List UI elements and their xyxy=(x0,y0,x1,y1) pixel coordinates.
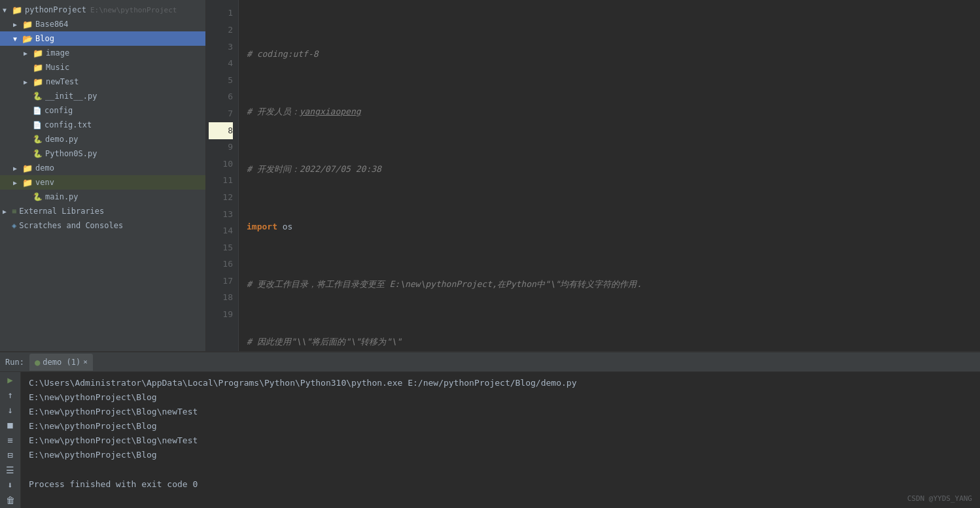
run-tab-demo[interactable]: ● demo (1) × xyxy=(29,354,93,371)
py-file-icon: 🐍 xyxy=(33,92,43,101)
sidebar-item-demo-folder[interactable]: ▶ 📁 demo xyxy=(0,161,205,175)
line-num-19: 19 xyxy=(209,307,233,324)
code-line-4: import os xyxy=(247,218,975,235)
sidebar-item-label: pythonProject xyxy=(25,5,86,14)
sidebar-item-pythonproject[interactable]: ▼ 📁 pythonProject E:\new\pythonProject xyxy=(0,3,205,17)
sidebar-item-python0s-py[interactable]: ▶ 🐍 Python0S.py xyxy=(0,146,205,161)
py-file-icon: 🐍 xyxy=(33,149,43,158)
main-container: ▼ 📁 pythonProject E:\new\pythonProject ▶… xyxy=(0,0,980,351)
line-num-6: 6 xyxy=(209,89,233,106)
run-output-process: Process finished with exit code 0 xyxy=(29,477,972,492)
run-lines-button[interactable]: ☰ xyxy=(3,464,18,475)
folder-icon: 📁 xyxy=(22,163,33,173)
arrow-right-icon: ▶ xyxy=(13,165,21,172)
scratches-icon: ◈ xyxy=(12,221,16,230)
sidebar-item-label: Python0S.py xyxy=(45,149,97,158)
sidebar-item-label: Blog xyxy=(35,34,54,43)
folder-icon: 📁 xyxy=(33,63,43,73)
run-output-blank xyxy=(29,463,972,477)
line-num-1: 1 xyxy=(209,5,233,22)
code-token: # 因此使用"\\"将后面的"\"转移为"\" xyxy=(247,335,402,349)
sidebar-item-init-py[interactable]: ▶ 🐍 __init__.py xyxy=(0,89,205,103)
folder-open-icon: 📂 xyxy=(22,34,33,44)
sidebar-item-music[interactable]: ▶ 📁 Music xyxy=(0,60,205,75)
arrow-right-icon: ▶ xyxy=(13,21,21,28)
sidebar-item-scratches[interactable]: ▶ ◈ Scratches and Consoles xyxy=(0,218,205,233)
run-toolbar: ▶ ↑ ↓ ■ ≡ ⊟ ☰ ⬇ 🗑 xyxy=(0,372,21,508)
sidebar-item-demo-py[interactable]: ▶ 🐍 demo.py xyxy=(0,132,205,146)
sidebar: ▼ 📁 pythonProject E:\new\pythonProject ▶… xyxy=(0,0,206,351)
ext-lib-icon: ≡ xyxy=(12,207,16,216)
run-output-line-1: E:\new\pythonProject\Blog xyxy=(29,390,972,405)
code-editor[interactable]: # coding:utf-8 # 开发人员：yangxiaopeng # 开发时… xyxy=(239,0,980,351)
line-num-12: 12 xyxy=(209,190,233,207)
run-output-line-4: E:\new\pythonProject\Blog\newTest xyxy=(29,433,972,448)
run-label: Run: xyxy=(5,358,24,367)
run-scroll-button[interactable]: ⬇ xyxy=(3,479,18,490)
code-line-5: # 更改工作目录，将工作目录变更至 E:\new\pythonProject,在… xyxy=(247,276,975,293)
line-num-14: 14 xyxy=(209,223,233,240)
line-num-11: 11 xyxy=(209,173,233,190)
arrow-right-icon: ▶ xyxy=(24,50,31,57)
folder-icon: 📁 xyxy=(22,178,33,188)
run-up-button[interactable]: ↑ xyxy=(3,390,18,401)
bottom-panel: Run: ● demo (1) × ▶ ↑ ↓ ■ ≡ ⊟ ☰ ⬇ 🗑 C:\U… xyxy=(0,351,980,508)
line-numbers: 1 2 3 4 5 6 7 8 9 10 11 12 13 14 15 16 1… xyxy=(206,0,239,351)
sidebar-item-label: config.txt xyxy=(44,120,92,129)
line-num-15: 15 xyxy=(209,239,233,256)
sidebar-item-label: config xyxy=(44,106,73,115)
run-soft-wrap-button[interactable]: ⊟ xyxy=(3,449,18,460)
folder-icon: 📁 xyxy=(33,48,43,58)
run-output-line-2: E:\new\pythonProject\Blog\newTest xyxy=(29,405,972,419)
sidebar-item-newtest[interactable]: ▶ 📁 newTest xyxy=(0,75,205,89)
line-num-2: 2 xyxy=(209,22,233,39)
run-down-button[interactable]: ↓ xyxy=(3,405,18,416)
line-num-10: 10 xyxy=(209,156,233,173)
line-num-18: 18 xyxy=(209,290,233,307)
run-play-button[interactable]: ▶ xyxy=(3,375,18,386)
sidebar-item-config[interactable]: ▶ 📄 config xyxy=(0,103,205,118)
sidebar-item-label: Base864 xyxy=(35,20,69,29)
sidebar-item-main-py[interactable]: ▶ 🐍 main.py xyxy=(0,190,205,204)
sidebar-item-label: Music xyxy=(46,63,69,72)
code-token: # 开发时间：2022/07/05 20:38 xyxy=(247,163,381,177)
run-stop-button[interactable]: ■ xyxy=(3,420,18,431)
sidebar-item-label: demo.py xyxy=(45,135,79,144)
file-icon: 📄 xyxy=(33,107,42,115)
arrow-right-icon: ▶ xyxy=(13,179,21,186)
folder-icon: 📁 xyxy=(12,5,22,15)
line-num-9: 9 xyxy=(209,139,233,156)
line-num-16: 16 xyxy=(209,256,233,273)
run-output: C:\Users\Administrator\AppData\Local\Pro… xyxy=(21,372,980,508)
sidebar-item-label: venv xyxy=(35,178,54,187)
line-num-7: 7 xyxy=(209,106,233,123)
line-num-3: 3 xyxy=(209,39,233,56)
folder-icon: 📁 xyxy=(22,20,33,29)
py-file-icon: 🐍 xyxy=(33,192,43,201)
sidebar-item-external-libraries[interactable]: ▶ ≡ External Libraries xyxy=(0,204,205,218)
code-container[interactable]: 1 2 3 4 5 6 7 8 9 10 11 12 13 14 15 16 1… xyxy=(206,0,980,351)
sidebar-item-blog[interactable]: ▼ 📂 Blog xyxy=(0,31,205,46)
line-num-5: 5 xyxy=(209,72,233,89)
sidebar-item-label: __init__.py xyxy=(45,92,97,101)
arrow-right-icon: ▶ xyxy=(24,78,31,86)
sidebar-item-venv[interactable]: ▶ 📁 venv xyxy=(0,175,205,190)
sidebar-item-label: demo xyxy=(35,163,54,173)
folder-icon: 📁 xyxy=(33,77,43,87)
run-clear-button[interactable]: 🗑 xyxy=(3,494,18,505)
run-output-line-0: C:\Users\Administrator\AppData\Local\Pro… xyxy=(29,376,972,390)
file-txt-icon: 📄 xyxy=(33,121,42,129)
run-panel: ▶ ↑ ↓ ■ ≡ ⊟ ☰ ⬇ 🗑 C:\Users\Administrator… xyxy=(0,372,980,508)
line-num-13: 13 xyxy=(209,206,233,223)
run-menu-button[interactable]: ≡ xyxy=(3,435,18,446)
close-tab-button[interactable]: × xyxy=(83,358,88,366)
arrow-right-icon: ▶ xyxy=(3,208,10,215)
sidebar-item-label: newTest xyxy=(46,77,79,86)
sidebar-item-image[interactable]: ▶ 📁 image xyxy=(0,46,205,60)
code-line-2: # 开发人员：yangxiaopeng xyxy=(247,103,975,120)
arrow-down-icon: ▼ xyxy=(3,7,10,14)
sidebar-item-config-txt[interactable]: ▶ 📄 config.txt xyxy=(0,118,205,132)
sidebar-item-base864[interactable]: ▶ 📁 Base864 xyxy=(0,17,205,31)
line-num-8: 8 xyxy=(209,122,233,139)
code-line-1: # coding:utf-8 xyxy=(247,46,975,63)
